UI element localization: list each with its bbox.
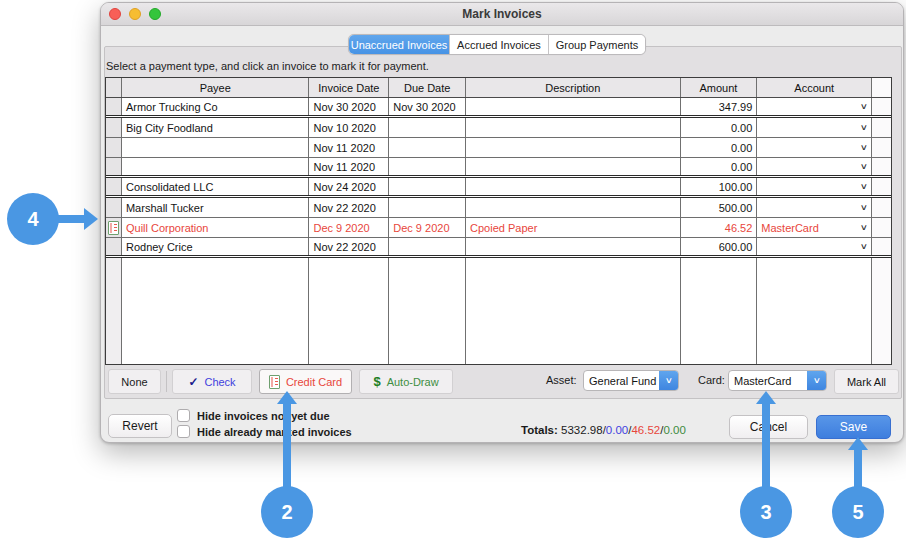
account-cell: ∨: [757, 98, 872, 115]
close-icon[interactable]: [109, 8, 121, 20]
table-row[interactable]: Quill CorporationDec 9 2020Dec 9 2020Cpo…: [106, 218, 891, 238]
row-marker-cell: [106, 158, 122, 175]
due-date-cell: Nov 30 2020: [389, 98, 466, 115]
annotation-badge-5: 5: [832, 486, 884, 538]
table-row[interactable]: Consolidated LLCNov 24 2020100.00∨: [106, 178, 891, 198]
asset-select[interactable]: General Fund - 1... ∨: [583, 370, 679, 391]
description-cell: Cpoied Paper: [466, 218, 680, 237]
credit-card-icon: [269, 375, 280, 389]
row-marker-cell: [106, 238, 122, 255]
hide-not-due-checkbox[interactable]: [177, 409, 190, 422]
amount-cell: 46.52: [681, 218, 758, 237]
credit-card-button-label: Credit Card: [286, 376, 342, 388]
amount-cell: 600.00: [681, 238, 758, 255]
description-cell: [466, 138, 680, 157]
account-dropdown-chevron-icon[interactable]: ∨: [860, 124, 868, 132]
scroll-cell: [872, 138, 891, 157]
due-date-cell: Dec 9 2020: [389, 218, 466, 237]
payee-cell: Big City Foodland: [122, 118, 310, 137]
chevron-down-icon: ∨: [812, 377, 820, 385]
annotation-arrowhead-2: [277, 391, 297, 404]
empty-cell: [757, 258, 872, 364]
column-header-Amount: Amount: [681, 78, 758, 97]
mark-all-button[interactable]: Mark All: [834, 369, 899, 394]
invoice-date-cell: Nov 30 2020: [309, 98, 389, 115]
annotation-arrowhead-5: [848, 437, 868, 450]
table-row[interactable]: Nov 11 20200.00∨: [106, 158, 891, 178]
table-row[interactable]: Big City FoodlandNov 10 20200.00∨: [106, 118, 891, 138]
annotation-arrowhead-3: [756, 391, 776, 404]
due-date-cell: [389, 138, 466, 157]
mark-invoices-window: Mark Invoices Unaccrued Invoices Accrued…: [100, 2, 904, 443]
due-date-cell: [389, 158, 466, 175]
tab-accrued-invoices[interactable]: Accrued Invoices: [450, 35, 549, 54]
revert-button[interactable]: Revert: [108, 414, 172, 438]
none-button[interactable]: None: [108, 369, 161, 394]
asset-label: Asset:: [546, 374, 577, 386]
tab-group-payments[interactable]: Group Payments: [549, 35, 645, 54]
credit-card-button[interactable]: Credit Card: [259, 369, 352, 394]
window-title: Mark Invoices: [462, 7, 541, 21]
description-cell: [466, 118, 680, 137]
save-button[interactable]: Save: [816, 415, 891, 439]
invoice-date-cell: Nov 22 2020: [309, 198, 389, 217]
hide-marked-checkbox[interactable]: [177, 425, 190, 438]
column-header-Account: Account: [757, 78, 872, 97]
due-date-cell: [389, 118, 466, 137]
card-select[interactable]: MasterCard ∨: [728, 370, 827, 391]
column-header-blank: [106, 78, 122, 97]
payee-cell: Quill Corporation: [122, 218, 310, 237]
account-dropdown-chevron-icon[interactable]: ∨: [860, 144, 868, 152]
chevron-down-icon: ∨: [664, 377, 672, 385]
account-dropdown-chevron-icon[interactable]: ∨: [860, 204, 868, 212]
tab-unaccrued-invoices[interactable]: Unaccrued Invoices: [349, 35, 450, 54]
scroll-cell: [872, 118, 891, 137]
description-cell: [466, 158, 680, 175]
payee-cell: [122, 138, 310, 157]
amount-cell: 100.00: [681, 178, 758, 195]
description-cell: [466, 198, 680, 217]
auto-draw-button[interactable]: $ Auto-Draw: [359, 369, 453, 394]
table-empty-area: [106, 258, 891, 364]
table-row[interactable]: Nov 11 20200.00∨: [106, 138, 891, 158]
row-marker-cell: [106, 198, 122, 217]
row-marker-cell: [106, 138, 122, 157]
empty-cell: [466, 258, 680, 364]
due-date-cell: [389, 178, 466, 195]
hide-not-due-row: Hide invoices not yet due: [177, 409, 330, 422]
account-dropdown-chevron-icon[interactable]: ∨: [860, 243, 868, 251]
account-cell: ∨: [757, 178, 872, 195]
minimize-icon[interactable]: [129, 8, 141, 20]
due-date-cell: [389, 198, 466, 217]
invoice-date-cell: Nov 10 2020: [309, 118, 389, 137]
account-dropdown-chevron-icon[interactable]: ∨: [860, 224, 868, 232]
column-header-Payee: Payee: [122, 78, 310, 97]
payee-cell: [122, 158, 310, 175]
account-dropdown-chevron-icon[interactable]: ∨: [860, 163, 868, 171]
amount-cell: 347.99: [681, 98, 758, 115]
description-cell: [466, 98, 680, 115]
asset-select-value: General Fund - 1...: [584, 375, 659, 387]
instruction-text: Select a payment type, and click an invo…: [106, 60, 429, 72]
description-cell: [466, 178, 680, 195]
card-select-value: MasterCard: [729, 375, 807, 387]
account-dropdown-chevron-icon[interactable]: ∨: [860, 103, 868, 111]
annotation-arrowhead-4: [84, 208, 98, 230]
table-row[interactable]: Rodney CriceNov 22 2020600.00∨: [106, 238, 891, 258]
table-row[interactable]: Marshall TuckerNov 22 2020500.00∨: [106, 198, 891, 218]
empty-cell: [872, 258, 891, 364]
table-row[interactable]: Armor Trucking CoNov 30 2020Nov 30 20203…: [106, 98, 891, 118]
empty-cell: [106, 258, 122, 364]
hide-marked-row: Hide already marked invoices: [177, 425, 352, 438]
account-dropdown-chevron-icon[interactable]: ∨: [860, 183, 868, 191]
row-marker-cell: [106, 98, 122, 115]
check-button[interactable]: ✓ Check: [172, 369, 252, 394]
column-header-Invoice Date: Invoice Date: [309, 78, 389, 97]
hide-not-due-label: Hide invoices not yet due: [197, 410, 330, 422]
totals-text: Totals: 5332.98/0.00/46.52/0.00: [521, 424, 686, 436]
zoom-icon[interactable]: [149, 8, 161, 20]
payee-cell: Consolidated LLC: [122, 178, 310, 195]
annotation-arrow-4: [57, 215, 85, 223]
hide-marked-label: Hide already marked invoices: [197, 426, 352, 438]
account-cell: ∨: [757, 138, 872, 157]
